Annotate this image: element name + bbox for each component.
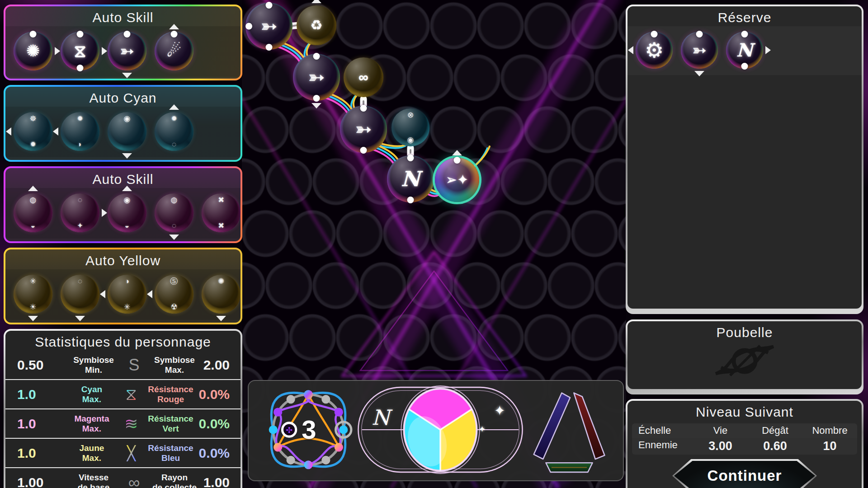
skill-orb[interactable]: ➢✦: [435, 158, 479, 202]
sparkle-icon: ✦: [479, 424, 486, 434]
stats-title: Statistiques du personnage: [5, 331, 241, 351]
stat-label-left: Magenta Max.: [64, 414, 120, 434]
orb-sub-glyph: ✳: [124, 303, 130, 311]
symbiose-n-glyph: N: [372, 405, 390, 430]
skill-orb[interactable]: Ⓢ☢: [155, 275, 193, 314]
reserve-title: Réserve: [627, 6, 862, 26]
skill-orb[interactable]: ☸✹: [14, 112, 52, 151]
color-wheel-widget[interactable]: N ✦ ✦: [356, 385, 524, 476]
skill-orb[interactable]: ◑✳: [108, 275, 146, 314]
stat-label-left: Jaune Max.: [64, 443, 120, 463]
right-arrow-icon: [55, 47, 60, 55]
orb-socket-dot: [30, 31, 37, 38]
skill-orb[interactable]: ➳: [293, 54, 340, 101]
orb-sub-glyph: Ⓢ: [170, 277, 178, 285]
stat-value-right: 1.00: [203, 475, 234, 488]
right-arrow-icon: [765, 46, 771, 54]
stat-row: 1.00Vitesse de base∞Rayon de collecte1.0…: [5, 467, 241, 488]
color-wheel-capsule: [356, 385, 524, 474]
orb-sub-glyph: ◉: [124, 196, 131, 204]
degat-label: Dégât: [748, 423, 802, 438]
next-level-values: Ennemie 3.00 0.60 10: [632, 438, 857, 455]
orb-glyph: ➳: [355, 119, 372, 139]
vie-value: 3.00: [693, 438, 748, 455]
skill-orb[interactable]: ✺: [14, 32, 52, 70]
stat-value-left: 1.0: [12, 446, 64, 461]
up-arrow-icon: [122, 186, 132, 191]
stat-value-left: 0.50: [12, 357, 65, 373]
stat-row: 1.0Cyan Max.⧖Résistance Rouge0.0%: [5, 379, 241, 408]
orb-row-auto-skill-mid: ◍◒◌✦◉◒◍◌✖✖: [5, 188, 241, 239]
panel-title: Auto Cyan: [5, 87, 241, 107]
orb-socket-dot: [407, 155, 414, 161]
skill-orb[interactable]: ⊗◉: [392, 108, 429, 146]
skill-orb[interactable]: ✹◌: [155, 112, 193, 151]
orb-socket-dot: [454, 157, 461, 164]
skill-orb[interactable]: ◉: [108, 112, 146, 151]
skill-orb[interactable]: ∞: [344, 57, 383, 97]
stat-label-left: Symbiose Min.: [65, 355, 122, 375]
orb-row-auto-cyan: ☸✹✹◗◉✹◌: [5, 107, 241, 157]
skill-orb[interactable]: ➳: [245, 3, 292, 50]
skill-orb[interactable]: ⧖: [61, 32, 99, 70]
skill-orb[interactable]: ◍◒: [14, 193, 52, 232]
skill-orb[interactable]: ➳: [108, 32, 146, 70]
orb-glyph: ☄: [167, 43, 181, 59]
orb-sub-glyph: ◍: [30, 196, 37, 204]
next-level-labels: Échelle Vie Dégât Nombre: [632, 423, 857, 438]
skill-orb[interactable]: N: [387, 155, 434, 202]
stat-value-right: 0.0%: [199, 387, 234, 402]
symbiosis-graph-widget[interactable]: ✣ 3: [260, 382, 356, 479]
panel-auto-yellow: Auto Yellow ✳☀◌◑✳Ⓢ☢✺: [4, 248, 242, 324]
orb-sub-glyph: ◗: [78, 141, 82, 148]
orb-glyph: ✺: [26, 43, 40, 59]
skill-orb[interactable]: ⚙: [636, 32, 673, 69]
orb-glyph: ⧖: [74, 42, 86, 60]
skill-orb[interactable]: ✳☀: [14, 275, 52, 314]
void-trash-icon: [713, 338, 776, 382]
panel-auto-skill-top: Auto Skill ✺⧖➳☄: [4, 5, 242, 80]
orb-socket-dot: [266, 44, 273, 51]
panel-auto-cyan: Auto Cyan ☸✹✹◗◉✹◌: [4, 85, 242, 162]
skill-orb[interactable]: ◍◌: [155, 193, 193, 232]
stat-value-right: 2.00: [203, 357, 234, 373]
stat-label-right: Symbiose Max.: [146, 355, 203, 375]
left-arrow-icon: [6, 127, 11, 136]
orb-socket-dot: [741, 63, 748, 70]
panel-poubelle[interactable]: Poubelle: [626, 319, 863, 394]
skill-orb[interactable]: ➳: [340, 106, 387, 153]
orb-socket-dot: [77, 31, 84, 38]
rayon-collecte-icon: ∞: [123, 474, 146, 488]
stat-value-right: 0.0%: [199, 416, 234, 432]
orb-sub-glyph: ◍: [171, 196, 178, 204]
orb-socket-dot: [124, 31, 131, 38]
skill-orb[interactable]: ✖✖: [202, 193, 241, 232]
nombre-label: Nombre: [802, 423, 857, 438]
orb-glyph: ♻: [311, 19, 323, 32]
left-arrow-icon: [628, 46, 633, 54]
stat-row: 1.0Magenta Max.≋Résistance Vert0.0%: [5, 408, 241, 438]
panel-character-stats: Statistiques du personnage 0.50Symbiose …: [4, 329, 242, 488]
panel-next-level: Niveau Suivant Échelle Vie Dégât Nombre …: [626, 399, 863, 488]
skill-orb[interactable]: ➳: [681, 32, 718, 69]
skill-orb[interactable]: ♻: [297, 5, 336, 45]
triangle-progress-widget[interactable]: [524, 385, 613, 476]
skill-orb[interactable]: ✹◗: [61, 112, 99, 151]
up-arrow-icon: [311, 0, 321, 3]
bottom-hud: ✣ 3: [248, 380, 624, 481]
skill-orb[interactable]: ☄: [155, 32, 193, 70]
skill-orb[interactable]: ✺: [202, 275, 241, 314]
orb-sub-glyph: ⊗: [407, 111, 414, 119]
symbiose-icon: S: [123, 357, 146, 373]
orb-row-auto-skill-top: ✺⧖➳☄: [5, 26, 241, 77]
up-arrow-icon: [452, 150, 462, 155]
orb-glyph: N: [401, 169, 420, 189]
panel-reserve: Réserve ⚙➳N: [626, 5, 863, 314]
orb-glyph: ➳: [120, 42, 134, 60]
skill-orb[interactable]: ◌: [61, 275, 99, 314]
continue-button[interactable]: Continuer: [672, 459, 817, 488]
orb-sub-glyph: ◉: [124, 115, 131, 122]
skill-orb[interactable]: ◌✦: [61, 193, 99, 232]
skill-orb[interactable]: ◉◒: [108, 193, 146, 232]
skill-orb[interactable]: N: [726, 32, 763, 69]
